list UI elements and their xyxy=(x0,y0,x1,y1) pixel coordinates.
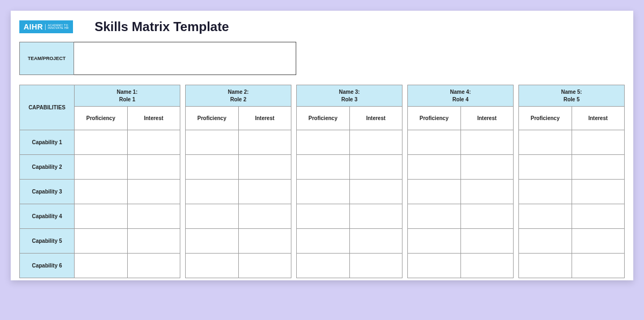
data-cell[interactable] xyxy=(238,180,291,204)
table-row: Capability 5 xyxy=(20,229,625,254)
data-cell[interactable] xyxy=(297,204,350,229)
capability-label: Capability 4 xyxy=(20,204,75,229)
data-cell[interactable] xyxy=(572,180,625,204)
data-cell[interactable] xyxy=(519,229,572,254)
data-cell[interactable] xyxy=(519,204,572,229)
person-2-header: Name 2:Role 2 xyxy=(186,85,291,107)
team-project-label: TEAM/PROJECT xyxy=(19,42,74,75)
person-4-header: Name 4:Role 4 xyxy=(408,85,514,107)
data-cell[interactable] xyxy=(186,130,239,155)
logo-text: AIHR xyxy=(24,23,43,31)
interest-header-1: Interest xyxy=(127,107,180,130)
table-row: Capability 3 xyxy=(20,180,625,204)
capability-label: Capability 1 xyxy=(20,130,75,155)
table-row: Capability 1 xyxy=(20,130,625,155)
data-cell[interactable] xyxy=(349,155,402,180)
table-row: Capability 2 xyxy=(20,155,625,180)
data-cell[interactable] xyxy=(127,229,180,254)
data-cell[interactable] xyxy=(186,155,239,180)
data-cell[interactable] xyxy=(75,204,128,229)
table-row: Capability 6 xyxy=(20,254,625,278)
proficiency-header-3: Proficiency xyxy=(297,107,350,130)
data-cell[interactable] xyxy=(519,155,572,180)
capability-label: Capability 2 xyxy=(20,155,75,180)
data-cell[interactable] xyxy=(297,229,350,254)
data-cell[interactable] xyxy=(519,180,572,204)
data-cell[interactable] xyxy=(408,130,461,155)
data-cell[interactable] xyxy=(297,180,350,204)
subheader-row: Proficiency Interest Proficiency Interes… xyxy=(20,107,625,130)
interest-header-4: Interest xyxy=(460,107,514,130)
data-cell[interactable] xyxy=(460,204,514,229)
data-cell[interactable] xyxy=(519,254,572,278)
skills-matrix-table: CAPABILITIES Name 1:Role 1 Name 2:Role 2… xyxy=(19,85,625,278)
data-cell[interactable] xyxy=(238,204,291,229)
person-3-header: Name 3:Role 3 xyxy=(297,85,402,107)
person-1-header: Name 1:Role 1 xyxy=(75,85,180,107)
interest-header-3: Interest xyxy=(349,107,402,130)
data-cell[interactable] xyxy=(75,155,128,180)
person-5-header: Name 5:Role 5 xyxy=(519,85,625,107)
data-cell[interactable] xyxy=(238,229,291,254)
proficiency-header-1: Proficiency xyxy=(75,107,128,130)
data-cell[interactable] xyxy=(349,254,402,278)
data-cell[interactable] xyxy=(349,180,402,204)
data-cell[interactable] xyxy=(408,155,461,180)
capability-label: Capability 5 xyxy=(20,229,75,254)
data-cell[interactable] xyxy=(408,204,461,229)
team-project-row: TEAM/PROJECT xyxy=(19,42,625,75)
data-cell[interactable] xyxy=(127,254,180,278)
data-cell[interactable] xyxy=(186,180,239,204)
table-row: Capability 4 xyxy=(20,204,625,229)
data-cell[interactable] xyxy=(408,254,461,278)
data-cell[interactable] xyxy=(75,254,128,278)
logo-subtext: ACADEMY TO INNOVATE HR xyxy=(45,24,69,30)
interest-header-5: Interest xyxy=(572,107,625,130)
data-cell[interactable] xyxy=(75,130,128,155)
logo-badge: AIHR ACADEMY TO INNOVATE HR xyxy=(19,20,73,33)
data-cell[interactable] xyxy=(349,130,402,155)
interest-header-2: Interest xyxy=(238,107,291,130)
data-cell[interactable] xyxy=(572,254,625,278)
data-cell[interactable] xyxy=(127,155,180,180)
name-row: CAPABILITIES Name 1:Role 1 Name 2:Role 2… xyxy=(20,85,625,107)
data-cell[interactable] xyxy=(460,155,514,180)
data-cell[interactable] xyxy=(460,180,514,204)
team-project-input[interactable] xyxy=(74,42,296,75)
data-cell[interactable] xyxy=(460,229,514,254)
capability-label: Capability 3 xyxy=(20,180,75,204)
data-cell[interactable] xyxy=(127,204,180,229)
page-title: Skills Matrix Template xyxy=(94,19,229,34)
capability-label: Capability 6 xyxy=(20,254,75,278)
data-cell[interactable] xyxy=(349,204,402,229)
document-sheet: AIHR ACADEMY TO INNOVATE HR Skills Matri… xyxy=(11,11,633,280)
data-cell[interactable] xyxy=(349,229,402,254)
capabilities-header: CAPABILITIES xyxy=(20,85,75,130)
data-cell[interactable] xyxy=(572,155,625,180)
proficiency-header-2: Proficiency xyxy=(186,107,239,130)
data-cell[interactable] xyxy=(75,229,128,254)
data-cell[interactable] xyxy=(297,254,350,278)
data-cell[interactable] xyxy=(75,180,128,204)
data-cell[interactable] xyxy=(460,254,514,278)
data-cell[interactable] xyxy=(186,229,239,254)
data-cell[interactable] xyxy=(186,204,239,229)
data-cell[interactable] xyxy=(127,180,180,204)
proficiency-header-5: Proficiency xyxy=(519,107,572,130)
data-cell[interactable] xyxy=(519,130,572,155)
data-cell[interactable] xyxy=(572,204,625,229)
data-cell[interactable] xyxy=(408,229,461,254)
proficiency-header-4: Proficiency xyxy=(408,107,461,130)
data-cell[interactable] xyxy=(238,130,291,155)
data-cell[interactable] xyxy=(238,254,291,278)
data-cell[interactable] xyxy=(186,254,239,278)
data-cell[interactable] xyxy=(460,130,514,155)
data-cell[interactable] xyxy=(238,155,291,180)
data-cell[interactable] xyxy=(297,155,350,180)
data-cell[interactable] xyxy=(572,130,625,155)
data-cell[interactable] xyxy=(408,180,461,204)
data-cell[interactable] xyxy=(297,130,350,155)
data-cell[interactable] xyxy=(572,229,625,254)
header: AIHR ACADEMY TO INNOVATE HR Skills Matri… xyxy=(19,19,625,34)
data-cell[interactable] xyxy=(127,130,180,155)
